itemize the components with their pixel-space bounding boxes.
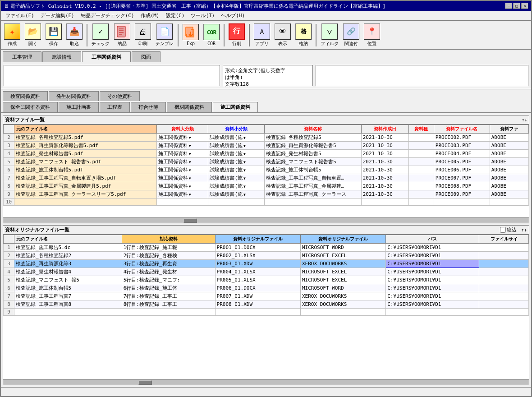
filter-button[interactable]: ▽ フィルタ <box>319 22 340 48</box>
original-list-row[interactable]: 7 検査記録_工事工程写真7 7行目:検査記録_工事工 PR007_01.XDW… <box>4 292 529 300</box>
dropdown-arrow-1[interactable]: ▼ <box>189 160 191 164</box>
filter-checkbox[interactable] <box>500 227 506 233</box>
create-button[interactable]: ✦ 作成 <box>3 22 22 48</box>
dropdown-arrow-2[interactable]: ▼ <box>243 160 246 164</box>
original-list-row[interactable]: 3 検査記録_再生資源化等3 3行目:検査記録_再生資 PR003_01.XDW… <box>4 260 529 268</box>
sub-tab-zairyo[interactable]: 機材関係資料 <box>167 102 212 112</box>
original-list-scroll[interactable]: 元のファイル名 対応資料 資料オリジナルファイル 資料オリジナルファイル パス … <box>3 235 529 379</box>
file-list-row[interactable]: 3 検査記録_再生資源化等報告書5.pdf 施工関係資料▼ 試験成績書(施▼ 検… <box>4 142 529 150</box>
col-file-name[interactable]: 資料ファイル名 <box>434 125 490 134</box>
col-shobunrui[interactable]: 資料小分類 <box>208 125 264 134</box>
sub-tab-hozen[interactable]: 保全に関する資料 <box>3 102 58 112</box>
file-list-row[interactable]: 5 検査記録_マニフェスト 報告書5.pdf 施工関係資料▼ 試験成績書(施▼ … <box>4 158 529 166</box>
menu-check[interactable]: 納品データチェック(C) <box>78 11 137 20</box>
col-sakusei[interactable]: 資料作成日 <box>361 125 408 134</box>
exp-button[interactable]: Exp <box>181 23 200 47</box>
sub-tab-hassei[interactable]: 発生材関係資料 <box>49 91 99 101</box>
orig-col-taio[interactable]: 対応資料 <box>122 235 215 244</box>
text-input-field[interactable] <box>4 65 220 86</box>
col-daibunrui[interactable]: 資料大分類 <box>156 125 208 134</box>
col-file-app[interactable]: 資料ファ <box>490 125 528 134</box>
orig-col-path[interactable]: パス <box>386 235 479 244</box>
close-button[interactable]: × <box>521 3 528 9</box>
import-button[interactable]: 📥 取込 <box>65 22 84 48</box>
sub-tab-sekou-keikaku[interactable]: 施工計画書 <box>59 102 99 112</box>
col-meisho[interactable]: 資料名称 <box>264 125 361 134</box>
menu-data-edit[interactable]: データ編集(E) <box>38 11 77 20</box>
original-list-row[interactable]: 9 <box>4 309 529 316</box>
menu-help[interactable]: ヘルプ(H) <box>218 11 248 20</box>
file-list-row[interactable]: 8 検査記録_工事工程写真_金属製建具5.pdf 施工関係資料▼ 試験成績書(施… <box>4 182 529 190</box>
col-shiryo[interactable]: 資料種 <box>408 125 434 134</box>
dropdown-arrow-2[interactable]: ▼ <box>243 144 246 148</box>
tab-zumen[interactable]: 図面 <box>132 51 161 62</box>
tab-koji-kanri[interactable]: 工事管理 <box>3 51 41 62</box>
dropdown-arrow-2[interactable]: ▼ <box>243 185 246 189</box>
original-list-row[interactable]: 1 検査記録_施工報告5.dc 1行目:検査記録_施工報 PR001_01.DO… <box>4 244 529 252</box>
dropdown-arrow-1[interactable]: ▼ <box>189 176 191 180</box>
hinmoku-button[interactable]: 納品 <box>113 22 132 48</box>
dropdown-arrow-1[interactable]: ▼ <box>189 136 191 140</box>
cor-button[interactable]: COR COR <box>202 23 221 47</box>
dropdown-arrow-1[interactable]: ▼ <box>189 185 191 189</box>
file-list-scroll[interactable]: 元のファイル名 資料大分類 資料小分類 資料名称 資料作成日 資料種 資料ファイ… <box>3 125 529 217</box>
sort-icons-1[interactable]: ↑↓ <box>522 117 527 122</box>
original-list-hscroll[interactable] <box>3 379 529 385</box>
file-list-hscroll[interactable] <box>3 217 529 223</box>
dropdown-arrow-2[interactable]: ▼ <box>243 168 246 172</box>
orig-col-orig2[interactable]: 資料オリジナルファイル <box>300 235 385 244</box>
original-list-row[interactable]: 5 検査記録_マニフェスト 報5 5行目:検査記録_マニフ: PR005_01.… <box>4 276 529 284</box>
file-list-row[interactable]: 9 検査記録_工事工程写真_クーラースリーブ5.pdf 施工関係資料▼ 試験成績… <box>4 190 529 198</box>
sub-tab-kensa[interactable]: 検査関係資料 <box>3 91 48 101</box>
dropdown-arrow-2[interactable]: ▼ <box>243 152 246 156</box>
kakko-button[interactable]: 格 格納 <box>294 22 313 48</box>
col-filename[interactable]: 元のファイル名 <box>14 125 157 134</box>
menu-create[interactable]: 作成(M) <box>138 11 162 20</box>
kanren-button[interactable]: 🔗 関連付 <box>342 22 361 48</box>
file-list-row[interactable]: 6 検査記録_施工体制台帳5.pdf 施工関係資料▼ 試験成績書(施▼ 検査記録… <box>4 166 529 174</box>
dropdown-arrow-2[interactable]: ▼ <box>243 193 246 197</box>
original-list-row[interactable]: 4 検査記録_発生材報告書4 4行目:検査記録_発生材 PR004_01.XLS… <box>4 268 529 276</box>
file-list-row[interactable]: 10 <box>4 198 529 206</box>
position-button[interactable]: 📍 位置 <box>362 22 381 48</box>
appli-button[interactable]: A アプリ <box>252 22 271 48</box>
original-list-row[interactable]: 8 検査記録_工事工程写真8 8行目:検査記録_工事工 PR008_01.XDW… <box>4 300 529 309</box>
orig-col-filesize[interactable]: ファイルサイ <box>479 235 529 244</box>
tab-shisetsu[interactable]: 施設情報 <box>42 51 81 62</box>
maximize-button[interactable]: □ <box>513 3 520 9</box>
main-text-input[interactable] <box>6 67 218 73</box>
save-button[interactable]: 💾 保存 <box>44 22 63 48</box>
gyosei-button[interactable]: 行 行削 <box>227 22 246 48</box>
minimize-button[interactable]: － <box>505 3 512 9</box>
dropdown-arrow-2[interactable]: ▼ <box>243 136 246 140</box>
hyoji-button[interactable]: 👁 表示 <box>273 22 292 48</box>
hscroll-thumb-1[interactable] <box>183 218 197 223</box>
file-list-row[interactable]: 2 検査記録_各種検査記録5.pdf 施工関係資料▼ 試験成績書(施▼ 検査記録… <box>4 134 529 142</box>
original-list-row[interactable]: 2 検査記録_各種検査記録2 2行目:検査記録_各種検 PR002_01.XLS… <box>4 252 529 260</box>
dropdown-arrow-2[interactable]: ▼ <box>243 176 246 180</box>
dropdown-arrow-1[interactable]: ▼ <box>189 144 191 148</box>
open-button[interactable]: 📂 開く <box>23 22 42 48</box>
sub-tab-uchiawase[interactable]: 打合せ簿 <box>131 102 166 112</box>
menu-file[interactable]: ファイル(F) <box>3 11 37 20</box>
orig-col-orig1[interactable]: 資料オリジナルファイル <box>215 235 300 244</box>
original-list-row[interactable]: 6 検査記録_施工体制台帳5 6行目:検査記録_施工体 PR006_01.DOC… <box>4 284 529 292</box>
print-button[interactable]: 🖨 印刷 <box>133 22 152 48</box>
sub-tab-koteihyo[interactable]: 工程表 <box>100 102 130 112</box>
sub-tab-sonota[interactable]: その他資料 <box>100 91 140 101</box>
hscroll-thumb-2[interactable] <box>138 380 152 385</box>
dropdown-arrow-1[interactable]: ▼ <box>189 152 191 156</box>
menu-tools[interactable]: ツール(T) <box>188 11 217 20</box>
file-list-row[interactable]: 7 検査記録_工事工程写真_自転車置き場5.pdf 施工関係資料▼ 試験成績書(… <box>4 174 529 182</box>
menu-settings[interactable]: 設定(C) <box>163 11 188 20</box>
dropdown-arrow-1[interactable]: ▼ <box>189 168 191 172</box>
sub-tab-sekou-kanren[interactable]: 施工関係資料 <box>213 102 258 112</box>
tab-koji-kanren[interactable]: 工事関係資料 <box>82 51 131 62</box>
orig-col-filename[interactable]: 元のファイル名 <box>14 235 122 244</box>
right-input-field[interactable] <box>316 65 528 86</box>
dropdown-arrow-1[interactable]: ▼ <box>189 193 191 197</box>
check-button[interactable]: ✓ チェック <box>90 22 111 48</box>
file-list-row[interactable]: 4 検査記録_発生材報告書5.pdf 施工関係資料▼ 試験成績書(施▼ 検査記録… <box>4 150 529 158</box>
template-button[interactable]: 📄 テンプレ <box>154 22 175 48</box>
sort-icons-2[interactable]: ↑↓ <box>521 227 527 233</box>
